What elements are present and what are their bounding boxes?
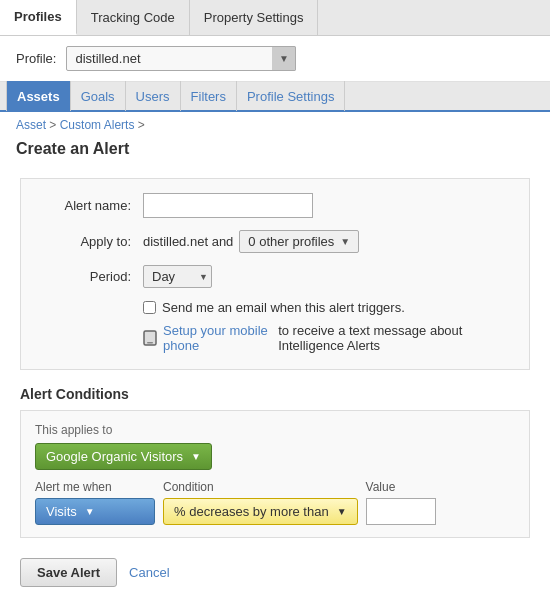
breadcrumb-custom-alerts-link[interactable]: Custom Alerts [60,118,135,132]
svg-rect-1 [147,342,153,344]
conditions-box: This applies to Google Organic Visitors … [20,410,530,538]
breadcrumb: Asset > Custom Alerts > [0,112,550,138]
mobile-icon [143,330,157,346]
condition-type-arrow-icon: ▼ [337,506,347,517]
nav-item-profiles[interactable]: Profiles [0,0,77,35]
tab-filters[interactable]: Filters [181,81,237,111]
condition-label: Condition [163,480,358,494]
alert-name-label: Alert name: [41,198,131,213]
email-checkbox-label: Send me an email when this alert trigger… [162,300,405,315]
profile-row: Profile: distilled.net ▼ [0,36,550,82]
cancel-link[interactable]: Cancel [129,565,169,580]
conditions-title: Alert Conditions [20,386,530,402]
segment-dropdown-arrow-icon: ▼ [191,451,201,462]
applies-to-label: This applies to [35,423,515,437]
metric-dropdown[interactable]: Visits ▼ [35,498,155,525]
metric-dropdown-arrow-icon: ▼ [85,506,95,517]
period-select[interactable]: Day Week Month [143,265,212,288]
condition-type-dropdown[interactable]: % decreases by more than ▼ [163,498,358,525]
breadcrumb-asset-link[interactable]: Asset [16,118,46,132]
alert-me-when-label: Alert me when [35,480,155,494]
email-checkbox-row: Send me an email when this alert trigger… [143,300,509,315]
breadcrumb-sep2: > [134,118,144,132]
profile-label: Profile: [16,51,56,66]
alert-name-input[interactable] [143,193,313,218]
period-select-wrapper: Day Week Month ▼ [143,265,212,288]
page-title: Create an Alert [0,138,550,168]
period-row: Period: Day Week Month ▼ [41,265,509,288]
metric-dropdown-label: Visits [46,504,77,519]
condition-type-label: % decreases by more than [174,504,329,519]
main-content: Alert name: Apply to: distilled.net and … [0,168,550,593]
segment-dropdown-label: Google Organic Visitors [46,449,183,464]
nav-item-tracking-code[interactable]: Tracking Code [77,0,190,35]
mobile-setup-link[interactable]: Setup your mobile phone [163,323,278,353]
mobile-setup-text: to receive a text message about Intellig… [278,323,509,353]
save-button[interactable]: Save Alert [20,558,117,587]
alert-name-row: Alert name: [41,193,509,218]
alert-conditions-section: Alert Conditions This applies to Google … [20,386,530,538]
apply-to-row: Apply to: distilled.net and 0 other prof… [41,230,509,253]
tab-assets[interactable]: Assets [6,81,71,111]
button-row: Save Alert Cancel [20,558,530,593]
condition-col: Condition % decreases by more than ▼ [163,480,358,525]
form-section: Alert name: Apply to: distilled.net and … [20,178,530,370]
other-profiles-arrow-icon: ▼ [340,236,350,247]
email-checkbox[interactable] [143,301,156,314]
breadcrumb-sep1: > [46,118,60,132]
condition-row: Alert me when Visits ▼ Condition % decre… [35,480,515,525]
value-label: Value [366,480,436,494]
apply-to-value: distilled.net and [143,234,233,249]
sub-tabs: Assets Goals Users Filters Profile Setti… [0,82,550,112]
profile-select-wrapper: distilled.net ▼ [66,46,296,71]
value-input[interactable] [366,498,436,525]
other-profiles-dropdown[interactable]: 0 other profiles ▼ [239,230,359,253]
apply-to-label: Apply to: [41,234,131,249]
profile-select[interactable]: distilled.net [66,46,296,71]
mobile-setup-row: Setup your mobile phone to receive a tex… [143,323,509,353]
period-label: Period: [41,269,131,284]
metric-col: Alert me when Visits ▼ [35,480,155,525]
top-navigation: Profiles Tracking Code Property Settings [0,0,550,36]
tab-users[interactable]: Users [126,81,181,111]
value-col: Value [366,480,436,525]
other-profiles-label: 0 other profiles [248,234,334,249]
nav-item-property-settings[interactable]: Property Settings [190,0,319,35]
tab-profile-settings[interactable]: Profile Settings [237,81,345,111]
tab-goals[interactable]: Goals [71,81,126,111]
segment-dropdown[interactable]: Google Organic Visitors ▼ [35,443,212,470]
